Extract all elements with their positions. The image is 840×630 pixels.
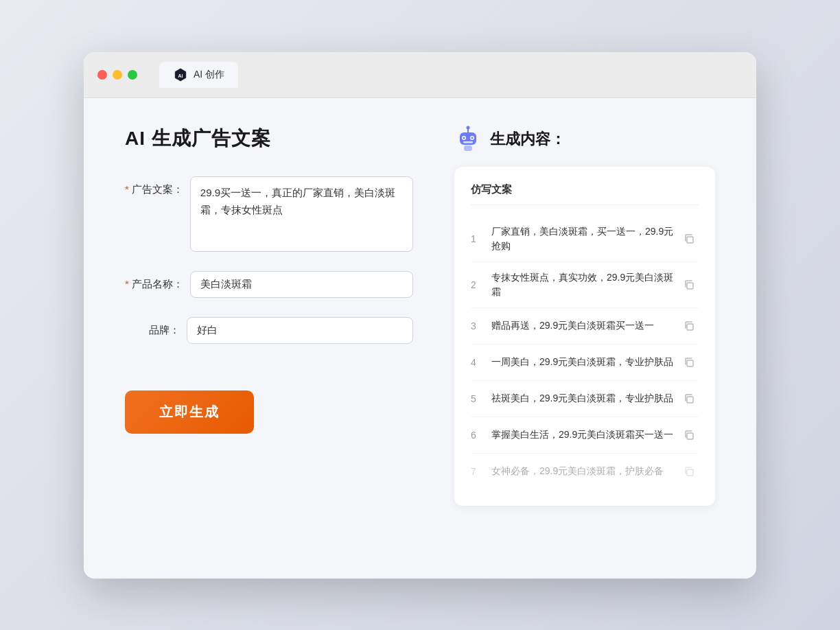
item-number: 1	[471, 233, 491, 244]
result-card: 仿写文案 1厂家直销，美白淡斑霜，买一送一，29.9元抢购 2专抹女性斑点，真实…	[454, 167, 715, 506]
result-list: 1厂家直销，美白淡斑霜，买一送一，29.9元抢购 2专抹女性斑点，真实功效，29…	[471, 216, 699, 489]
tab-label: AI 创作	[194, 69, 224, 81]
item-text: 专抹女性斑点，真实功效，29.9元美白淡斑霜	[491, 270, 679, 299]
traffic-lights	[97, 70, 137, 80]
product-name-label: 产品名称：	[125, 271, 190, 291]
svg-rect-8	[463, 141, 473, 143]
copy-button[interactable]	[679, 389, 699, 408]
copy-button[interactable]	[679, 425, 699, 445]
copy-button[interactable]	[679, 353, 699, 372]
svg-rect-15	[687, 433, 693, 439]
item-number: 3	[471, 320, 491, 331]
generate-button[interactable]: 立即生成	[125, 390, 254, 434]
copy-button[interactable]	[679, 229, 699, 248]
result-table-header: 仿写文案	[471, 183, 699, 205]
browser-window: AI AI 创作 AI 生成广告文案 广告文案： 29.9买一送一，真正的厂家直…	[84, 52, 756, 579]
copy-button[interactable]	[679, 316, 699, 336]
svg-rect-14	[687, 397, 693, 403]
main-layout: AI 生成广告文案 广告文案： 29.9买一送一，真正的厂家直销，美白淡斑霜，专…	[125, 126, 715, 506]
svg-point-6	[463, 137, 465, 139]
ad-copy-group: 广告文案： 29.9买一送一，真正的厂家直销，美白淡斑霜，专抹女性斑点	[125, 176, 413, 252]
item-number: 5	[471, 393, 491, 404]
result-title: 生成内容：	[490, 129, 565, 150]
item-text: 祛斑美白，29.9元美白淡斑霜，专业护肤品	[491, 391, 679, 406]
svg-point-7	[471, 137, 474, 139]
brand-group: 品牌：	[125, 317, 413, 344]
close-button[interactable]	[97, 70, 107, 80]
item-text: 赠品再送，29.9元美白淡斑霜买一送一	[491, 318, 679, 333]
browser-content: AI 生成广告文案 广告文案： 29.9买一送一，真正的厂家直销，美白淡斑霜，专…	[84, 98, 756, 579]
page-title: AI 生成广告文案	[125, 126, 413, 152]
item-text: 女神必备，29.9元美白淡斑霜，护肤必备	[491, 464, 679, 478]
result-item: 1厂家直销，美白淡斑霜，买一送一，29.9元抢购	[471, 216, 699, 262]
robot-icon	[454, 126, 482, 153]
result-item: 3赠品再送，29.9元美白淡斑霜买一送一	[471, 308, 699, 345]
browser-titlebar: AI AI 创作	[84, 52, 756, 98]
brand-label: 品牌：	[125, 317, 187, 337]
item-text: 厂家直销，美白淡斑霜，买一送一，29.9元抢购	[491, 224, 679, 253]
item-number: 2	[471, 279, 491, 290]
copy-button[interactable]	[679, 462, 699, 481]
browser-tab[interactable]: AI AI 创作	[159, 62, 238, 88]
ai-hex-icon: AI	[173, 67, 188, 82]
svg-rect-13	[687, 360, 693, 366]
result-item: 5祛斑美白，29.9元美白淡斑霜，专业护肤品	[471, 381, 699, 417]
svg-text:AI: AI	[178, 72, 183, 78]
svg-rect-12	[687, 324, 693, 330]
item-text: 掌握美白生活，29.9元美白淡斑霜买一送一	[491, 428, 679, 442]
result-item: 2专抹女性斑点，真实功效，29.9元美白淡斑霜	[471, 262, 699, 308]
ad-copy-input[interactable]: 29.9买一送一，真正的厂家直销，美白淡斑霜，专抹女性斑点	[190, 176, 413, 252]
right-panel: 生成内容： 仿写文案 1厂家直销，美白淡斑霜，买一送一，29.9元抢购 2专抹女…	[454, 126, 715, 506]
minimize-button[interactable]	[113, 70, 122, 80]
svg-rect-16	[687, 469, 693, 476]
svg-rect-10	[687, 237, 693, 243]
result-item: 7女神必备，29.9元美白淡斑霜，护肤必备	[471, 454, 699, 489]
copy-button[interactable]	[679, 275, 699, 294]
svg-rect-9	[464, 145, 472, 151]
item-text: 一周美白，29.9元美白淡斑霜，专业护肤品	[491, 355, 679, 369]
svg-rect-11	[687, 283, 693, 289]
result-header: 生成内容：	[454, 126, 715, 153]
ad-copy-label: 广告文案：	[125, 176, 190, 196]
result-item: 6掌握美白生活，29.9元美白淡斑霜买一送一	[471, 417, 699, 454]
left-panel: AI 生成广告文案 广告文案： 29.9买一送一，真正的厂家直销，美白淡斑霜，专…	[125, 126, 413, 506]
result-item: 4一周美白，29.9元美白淡斑霜，专业护肤品	[471, 345, 699, 381]
item-number: 7	[471, 466, 491, 477]
svg-point-2	[467, 126, 470, 129]
brand-input[interactable]	[187, 317, 413, 344]
maximize-button[interactable]	[128, 70, 137, 80]
item-number: 6	[471, 430, 491, 441]
item-number: 4	[471, 357, 491, 368]
product-name-group: 产品名称：	[125, 271, 413, 298]
product-name-input[interactable]	[190, 271, 413, 298]
